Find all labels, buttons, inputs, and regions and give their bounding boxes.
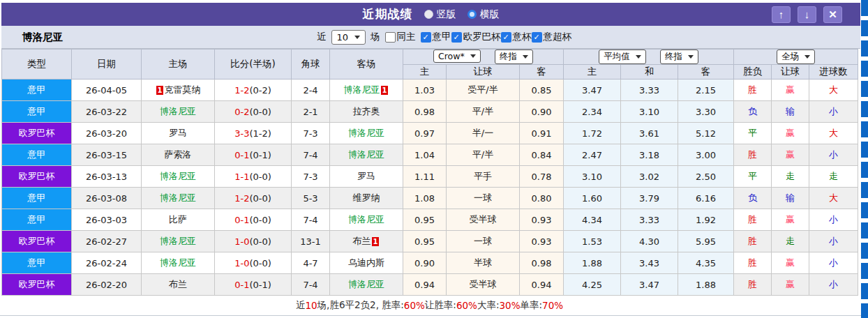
cell-result-handicap: 赢 xyxy=(772,80,809,101)
move-down-button[interactable]: ↓ xyxy=(798,6,816,23)
cell-score: 1-0(0-0) xyxy=(215,252,292,274)
radio-horizontal-layout[interactable]: 横版 xyxy=(467,8,500,21)
checkbox-same-home[interactable]: 同主 xyxy=(385,31,416,43)
cell-euro-home-odds: 2.47 xyxy=(564,144,621,166)
cell-score: 1-1(0-0) xyxy=(215,166,292,188)
cell-euro-draw-odds: 3.79 xyxy=(621,188,678,209)
fulltime-score: 1-2 xyxy=(234,85,249,96)
close-icon: ✕ xyxy=(828,8,837,21)
cell-euro-draw-odds: 3.61 xyxy=(621,123,678,144)
cell-euro-draw-odds: 3.33 xyxy=(621,80,678,101)
cell-result-goals: 小 xyxy=(809,252,858,274)
league-checkbox[interactable]: 意超杯 xyxy=(532,31,572,43)
cell-home-team: 博洛尼亚 xyxy=(142,166,215,188)
cell-euro-away-odds: 3.30 xyxy=(678,101,734,123)
cell-result-goals: 走 xyxy=(809,166,858,188)
league-checkbox-label: 意杯 xyxy=(513,31,532,43)
move-up-button[interactable]: ↑ xyxy=(772,6,791,23)
cell-euro-draw-odds: 4.30 xyxy=(621,231,678,252)
cell-home-team: 博洛尼亚 xyxy=(142,188,215,209)
cell-date: 26-03-03 xyxy=(72,209,142,231)
home-team-name: 博洛尼亚 xyxy=(160,257,196,268)
cell-euro-away-odds: 3.00 xyxy=(678,144,734,166)
col-home: 主场 xyxy=(142,50,215,80)
col-asia-home: 主 xyxy=(403,65,447,80)
league-checkbox[interactable]: 欧罗巴杯 xyxy=(451,31,501,43)
filter-controls: 近 10 场 同主 意甲欧罗巴杯意杯意超杯 xyxy=(317,30,571,45)
cell-score: 0-2(0-0) xyxy=(215,101,292,123)
cell-result-goals: 小 xyxy=(809,101,858,123)
table-row: 意甲 26-03-22 博洛尼亚 0-2(0-0) 2-1 拉齐奥 0.98 平… xyxy=(2,101,858,123)
chevron-down-icon xyxy=(523,55,528,59)
home-team-name: 克雷莫纳 xyxy=(164,84,200,95)
league-checkbox[interactable]: 意甲 xyxy=(421,31,451,43)
fulltime-score: 1-1 xyxy=(234,172,249,182)
near-label: 近 xyxy=(317,31,327,43)
cell-away-team: 罗马 xyxy=(330,166,403,188)
cell-result-handicap: 走 xyxy=(772,231,809,252)
cell-corner: 5-3 xyxy=(292,188,330,209)
radio-vertical-layout[interactable]: 竖版 xyxy=(424,8,456,21)
cell-league: 意甲 xyxy=(2,188,72,209)
home-team-name: 萨索洛 xyxy=(165,149,192,160)
halftime-score: (0-0) xyxy=(249,258,271,268)
halftime-score: (1-2) xyxy=(249,128,271,139)
cell-result-winloss: 负 xyxy=(734,101,772,123)
cell-asia-away-odds: 0.91 xyxy=(520,123,564,144)
cell-away-team: 维罗纳 xyxy=(330,188,403,209)
euro-odds-time-select[interactable]: 终指 xyxy=(660,50,698,64)
cell-asia-away-odds: 0.78 xyxy=(520,166,564,188)
cell-corner: 7-3 xyxy=(292,123,330,144)
cell-asia-away-odds: 0.84 xyxy=(520,144,564,166)
col-goals-result: 进球数 xyxy=(809,65,858,80)
away-team-name: 博洛尼亚 xyxy=(348,214,384,225)
summary-segment: 大率: xyxy=(477,299,500,312)
home-team-name: 博洛尼亚 xyxy=(160,106,196,116)
scope-select[interactable]: 全场 xyxy=(777,50,815,64)
away-team-name: 拉齐奥 xyxy=(353,106,380,116)
red-card-badge: 1 xyxy=(372,237,380,246)
cell-asia-handicap: 受半球 xyxy=(447,274,520,296)
cell-euro-home-odds: 1.72 xyxy=(564,123,621,144)
cell-league: 意甲 xyxy=(2,209,72,231)
cell-result-handicap: 赢 xyxy=(772,274,809,296)
euro-odds-group: 平均值 终指 xyxy=(564,50,734,65)
summary-segment: 让胜率: xyxy=(425,299,456,312)
match-count-value: 10 xyxy=(337,32,349,43)
cell-home-team: 比萨 xyxy=(142,209,215,231)
euro-odds-source-select[interactable]: 平均值 xyxy=(599,50,646,64)
page: 近期战绩 竖版 横版 ↑ ↓ ✕ 博洛尼亚 近 10 xyxy=(0,0,868,318)
cell-asia-handicap: 一球 xyxy=(447,231,520,252)
cell-asia-away-odds: 0.85 xyxy=(520,80,564,101)
radio-horizontal-label: 横版 xyxy=(480,8,500,21)
down-arrow-icon: ↓ xyxy=(805,8,810,20)
result-group: 全场 xyxy=(734,50,858,65)
table-row: 意甲 26-03-15 萨索洛 0-1(0-1) 7-4 博洛尼亚 1.04 平… xyxy=(2,144,858,166)
table-row: 欧罗巴杯 26-03-13 博洛尼亚 1-1(0-0) 7-3 罗马 1.11 … xyxy=(2,166,858,188)
cell-euro-away-odds: 2.15 xyxy=(678,80,734,101)
cell-result-winloss: 胜 xyxy=(734,80,772,101)
fulltime-score: 3-3 xyxy=(234,128,249,139)
fulltime-score: 1-0 xyxy=(234,236,249,247)
radio-selected-icon xyxy=(467,10,477,19)
cell-score: 0-1(0-1) xyxy=(215,144,292,166)
asia-odds-time-select[interactable]: 终指 xyxy=(495,50,533,64)
cell-date: 26-02-20 xyxy=(72,274,142,296)
col-date: 日期 xyxy=(72,50,142,80)
cell-asia-home-odds: 1.08 xyxy=(403,188,447,209)
cell-result-winloss: 胜 xyxy=(734,231,772,252)
checkbox-checked-icon xyxy=(451,32,462,43)
cell-date: 26-04-05 xyxy=(72,80,142,101)
cell-asia-handicap: 平手 xyxy=(447,166,520,188)
cell-result-goals: 大 xyxy=(809,188,858,209)
away-team-name: 罗马 xyxy=(357,171,375,181)
cell-corner: 7-3 xyxy=(292,166,330,188)
bookmaker-select[interactable]: Crow* xyxy=(433,50,481,63)
cell-asia-handicap: 平/半 xyxy=(447,101,520,123)
cell-result-winloss: 负 xyxy=(734,188,772,209)
close-button[interactable]: ✕ xyxy=(823,6,842,23)
league-checkbox[interactable]: 意杯 xyxy=(501,31,532,43)
titlebar: 近期战绩 竖版 横版 ↑ ↓ ✕ xyxy=(1,3,860,26)
filter-bar: 博洛尼亚 近 10 场 同主 意甲欧罗巴杯意杯意超杯 xyxy=(1,26,860,49)
match-count-select[interactable]: 10 xyxy=(331,30,366,45)
